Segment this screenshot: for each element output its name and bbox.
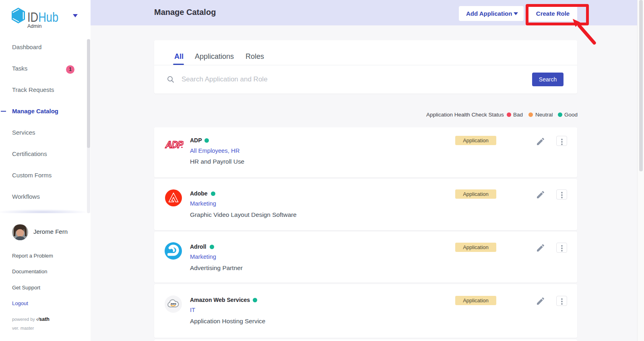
svg-text:ADP: ADP (165, 139, 184, 150)
svg-text:aws: aws (171, 302, 176, 306)
